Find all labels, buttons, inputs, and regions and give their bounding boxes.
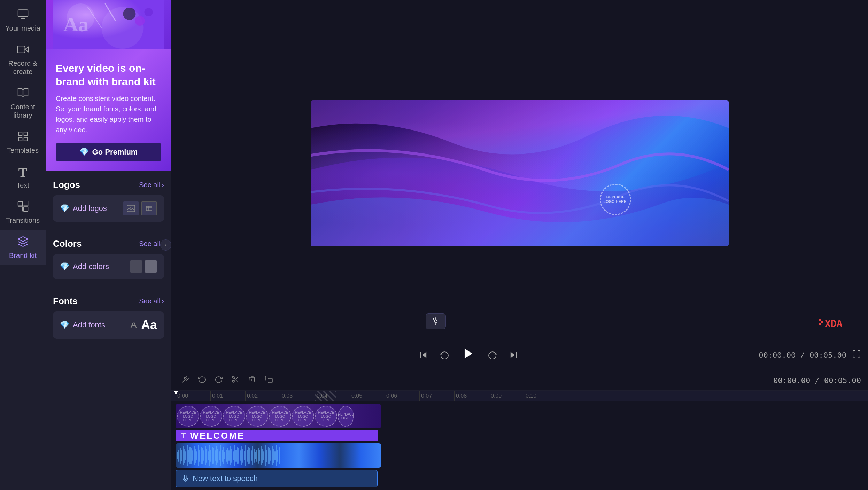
svg-point-13: [123, 8, 136, 20]
premium-gem-icon: 💎: [79, 148, 89, 157]
timeline-time-display: 00:00.00 / 00:05.00: [773, 376, 861, 385]
svg-rect-22: [821, 321, 823, 323]
total-time: 00:05.00: [809, 351, 846, 359]
forward-button[interactable]: [485, 347, 500, 363]
logos-gem-icon: 💎: [60, 204, 69, 213]
ruler-marks-container: 0:00 0:01 0:02 0:03 0:04 0:05 0:06 0:07 …: [176, 391, 559, 401]
colors-section: Colors See all › 💎 Add colors: [46, 230, 171, 287]
magic-tool-button[interactable]: [178, 373, 192, 388]
fullscreen-button[interactable]: [852, 349, 861, 361]
sidebar-item-content-library[interactable]: Content library: [0, 81, 46, 125]
ruler-mark-0: 0:00: [176, 391, 210, 401]
logos-see-all[interactable]: See all ›: [139, 181, 164, 189]
frame-1: REPLACELOGOHERE!: [177, 406, 199, 427]
ruler-mark-5: 0:05: [350, 391, 385, 401]
frame-5: REPLACELOGOHERE!: [269, 406, 291, 427]
playback-center-controls: [416, 344, 521, 366]
svg-point-15: [145, 8, 153, 16]
delete-button[interactable]: [245, 373, 259, 388]
svg-text:XDA: XDA: [825, 318, 843, 330]
playback-controls: 00:00.00 / 00:05.00: [171, 340, 868, 370]
promo-card: Aa Every video is on-brand with brand ki…: [46, 0, 171, 171]
logo-placeholder-text: REPLACE LOGO HERE!: [603, 195, 628, 204]
hatch-overlay: [315, 391, 336, 401]
panel-collapse-button[interactable]: ‹: [160, 239, 171, 251]
audio-track[interactable]: // Generate waveform bars const waveform…: [176, 443, 381, 468]
text-track[interactable]: T WELCOME: [176, 430, 378, 441]
svg-rect-0: [18, 10, 28, 17]
logos-title: Logos: [53, 180, 80, 190]
frame-4: REPLACELOGOHERE!: [246, 406, 268, 427]
add-colors-row[interactable]: 💎 Add colors: [53, 254, 164, 279]
timeline-separator: /: [815, 376, 824, 385]
swatch-1: [130, 260, 142, 273]
add-fonts-row[interactable]: 💎 Add fonts A Aa: [53, 311, 164, 339]
svg-rect-18: [127, 205, 135, 212]
skip-to-start-button[interactable]: [416, 347, 431, 363]
colors-header: Colors See all ›: [53, 238, 164, 249]
add-logos-label: 💎 Add logos: [60, 204, 107, 213]
tts-label: New text to speech: [193, 474, 258, 483]
timeline-container: 00:00.00 / 00:05.00 0:00 0:01 0:02 0:03 …: [171, 370, 868, 490]
color-swatches: [130, 260, 157, 273]
sidebar-item-your-media[interactable]: Your media: [0, 3, 46, 38]
add-colors-label: 💎 Add colors: [60, 262, 109, 271]
svg-rect-20: [819, 319, 821, 321]
frame-8: REPLACELOGO...: [338, 406, 354, 427]
svg-line-30: [182, 379, 185, 382]
colors-see-all-label: See all: [139, 240, 160, 248]
playback-time-display: 00:00.00 / 00:05.00: [759, 351, 846, 359]
fonts-gem-icon: 💎: [60, 321, 69, 330]
tts-track[interactable]: New text to speech: [176, 470, 378, 487]
record-icon: [17, 44, 29, 57]
go-premium-button[interactable]: 💎 Go Premium: [56, 143, 161, 161]
font-large-preview: Aa: [141, 318, 157, 332]
fonts-see-all[interactable]: See all ›: [139, 297, 164, 305]
timeline-tracks: REPLACELOGOHERE! REPLACELOGOHERE! REPLAC…: [171, 401, 868, 490]
video-track[interactable]: REPLACELOGOHERE! REPLACELOGOHERE! REPLAC…: [176, 404, 381, 428]
font-small-preview: A: [130, 319, 137, 331]
undo-button[interactable]: [195, 373, 209, 388]
sidebar-label-your-media: Your media: [5, 24, 40, 32]
xda-logo: XDA: [819, 316, 861, 333]
svg-rect-36: [268, 378, 272, 383]
svg-rect-7: [18, 201, 22, 206]
timeline-ruler: 0:00 0:01 0:02 0:03 0:04 0:05 0:06 0:07 …: [171, 391, 868, 401]
ruler-mark-7: 0:07: [419, 391, 454, 401]
svg-line-35: [234, 378, 235, 379]
svg-rect-5: [18, 137, 22, 141]
timeline-toolbar: 00:00.00 / 00:05.00: [171, 370, 868, 391]
skip-to-end-button[interactable]: [506, 347, 521, 363]
sidebar-item-text[interactable]: T Text: [0, 160, 46, 195]
svg-rect-21: [819, 323, 821, 325]
media-icon: [17, 8, 29, 22]
go-premium-label: Go Premium: [92, 148, 138, 157]
svg-point-31: [232, 376, 234, 378]
fonts-chevron-icon: ›: [162, 297, 164, 305]
sidebar-item-transitions[interactable]: Transitions: [0, 195, 46, 230]
sidebar-item-templates[interactable]: Templates: [0, 125, 46, 160]
logos-section: Logos See all › 💎 Add logos: [46, 171, 171, 230]
fonts-section: Fonts See all › 💎 Add fonts A Aa: [46, 287, 171, 347]
playhead-triangle: [174, 391, 178, 395]
svg-point-32: [232, 380, 234, 382]
sidebar-label-record-create: Record &create: [8, 59, 37, 76]
sidebar-label-transitions: Transitions: [6, 216, 40, 224]
add-logos-row[interactable]: 💎 Add logos: [53, 195, 164, 222]
logos-see-all-label: See all: [139, 181, 160, 189]
copy-button[interactable]: [262, 373, 276, 388]
audio-waveform: // Generate waveform bars const waveform…: [176, 443, 381, 468]
logo-placeholder: REPLACE LOGO HERE!: [600, 184, 631, 215]
playhead: [176, 391, 176, 401]
play-button[interactable]: [458, 344, 479, 366]
ai-icon: [432, 317, 440, 325]
ai-button[interactable]: [426, 313, 446, 329]
svg-point-14: [135, 16, 145, 26]
sidebar-item-record-create[interactable]: Record &create: [0, 38, 46, 81]
text-track-content: WELCOME: [190, 430, 245, 441]
scissors-button[interactable]: [228, 373, 242, 388]
sidebar-item-brand-kit[interactable]: Brand kit: [0, 230, 46, 265]
rewind-button[interactable]: [437, 347, 452, 363]
redo-button[interactable]: [212, 373, 226, 388]
tts-icon: [181, 475, 189, 482]
